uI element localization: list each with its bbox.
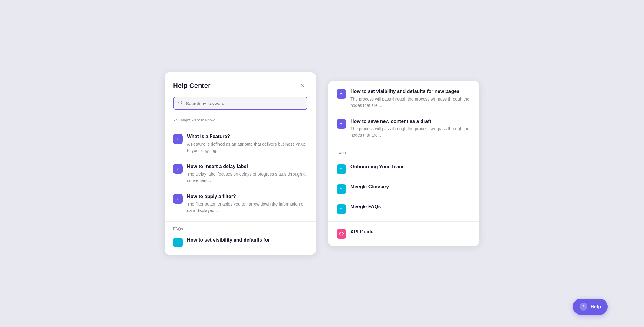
svg-text:?: ?	[340, 168, 342, 171]
article-content: How to apply a filter? The filter button…	[187, 193, 307, 214]
article-icon-cyan: ?	[337, 184, 346, 194]
svg-text:?: ?	[340, 188, 342, 191]
svg-text:?: ?	[177, 241, 179, 244]
api-guide-item[interactable]: API Guide	[328, 224, 479, 243]
help-button[interactable]: ? Help	[573, 299, 608, 315]
article-content: How to set visibility and defaults for	[187, 237, 307, 245]
article-desc: The process will pass through the proces…	[350, 126, 471, 138]
article-icon-cyan: ?	[337, 204, 346, 214]
article-item[interactable]: ? What is a Feature? A Feature is define…	[165, 129, 316, 159]
panel-title: Help Center	[173, 82, 210, 90]
article-title: How to set visibility and defaults for n…	[350, 88, 471, 95]
article-content: API Guide	[350, 229, 471, 236]
faq-item[interactable]: ? Meegle Glossary	[328, 179, 479, 199]
api-icon	[337, 229, 346, 239]
article-desc: The process will pass through the proces…	[350, 96, 471, 109]
article-title: What is a Feature?	[187, 134, 307, 140]
faq-item[interactable]: ? Onboarding Your Team	[328, 159, 479, 179]
right-help-panel: ? How to set visibility and defaults for…	[328, 81, 479, 246]
svg-text:?: ?	[177, 167, 179, 170]
article-icon-purple: ?	[173, 164, 183, 174]
articles-list: ? What is a Feature? A Feature is define…	[165, 126, 316, 221]
search-container	[165, 97, 316, 116]
faqs-label: FAQs	[173, 226, 307, 231]
svg-text:?: ?	[177, 138, 179, 141]
article-content: How to save new content as a draft The p…	[350, 118, 471, 139]
article-item[interactable]: ? How to save new content as a draft The…	[328, 114, 479, 144]
faqs-section: FAQs ? How to set visibility and default…	[165, 221, 316, 255]
article-content: What is a Feature? A Feature is defined …	[187, 134, 307, 154]
help-question-icon: ?	[580, 303, 587, 311]
article-content: Meegle FAQs	[350, 204, 471, 211]
faqs-label: FAQs	[328, 151, 479, 159]
faq-item[interactable]: ? How to set visibility and defaults for	[173, 235, 307, 250]
article-content: How to insert a delay label The Delay la…	[187, 164, 307, 184]
article-icon-purple: ?	[173, 194, 183, 204]
article-content: How to set visibility and defaults for n…	[350, 88, 471, 109]
article-title: Meegle FAQs	[350, 204, 471, 210]
api-section: API Guide	[328, 221, 479, 246]
article-title: How to apply a filter?	[187, 193, 307, 200]
svg-text:?: ?	[177, 197, 179, 200]
article-title: Onboarding Your Team	[350, 164, 471, 170]
faq-item[interactable]: ? Meegle FAQs	[328, 199, 479, 219]
close-icon: ×	[301, 82, 304, 89]
article-icon-cyan: ?	[337, 164, 346, 174]
article-item[interactable]: ? How to apply a filter? The filter butt…	[165, 189, 316, 219]
article-desc: The Delay label focuses on delays of pro…	[187, 171, 307, 184]
svg-text:?: ?	[340, 92, 342, 95]
left-help-panel: Help Center × You might want to know ? W…	[165, 72, 316, 254]
article-icon-cyan: ?	[173, 238, 183, 247]
article-desc: The filter button enables you to narrow …	[187, 201, 307, 214]
article-icon-purple: ?	[337, 89, 346, 99]
article-item[interactable]: ? How to insert a delay label The Delay …	[165, 159, 316, 189]
help-button-label: Help	[590, 304, 601, 309]
article-icon-purple: ?	[173, 134, 183, 144]
search-wrapper	[173, 97, 307, 110]
article-icon-purple: ?	[337, 119, 346, 129]
svg-line-1	[181, 104, 182, 104]
article-content: Onboarding Your Team	[350, 164, 471, 171]
search-input[interactable]	[186, 101, 303, 106]
right-articles-list: ? How to set visibility and defaults for…	[328, 81, 479, 146]
article-desc: A Feature is defined as an attribute tha…	[187, 141, 307, 154]
right-faqs-section: FAQs ? Onboarding Your Team ? Meegle Glo…	[328, 146, 479, 221]
svg-text:?: ?	[340, 208, 342, 211]
article-title: How to save new content as a draft	[350, 118, 471, 125]
article-title: Meegle Glossary	[350, 184, 471, 190]
article-title: API Guide	[350, 229, 471, 235]
close-button[interactable]: ×	[298, 81, 307, 91]
svg-text:?: ?	[340, 122, 342, 125]
article-content: Meegle Glossary	[350, 184, 471, 191]
article-title: How to insert a delay label	[187, 164, 307, 170]
section-label: You might want to know	[165, 116, 316, 126]
article-title: How to set visibility and defaults for	[187, 237, 307, 243]
article-item[interactable]: ? How to set visibility and defaults for…	[328, 84, 479, 114]
panel-header: Help Center ×	[165, 72, 316, 97]
search-icon	[178, 100, 183, 106]
